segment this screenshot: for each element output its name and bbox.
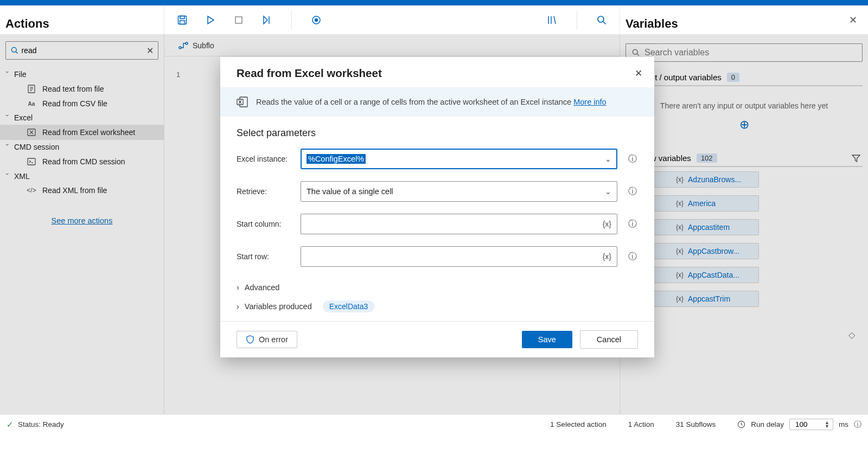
more-info-link[interactable]: More info (573, 98, 606, 106)
on-error-button[interactable]: On error (237, 331, 297, 348)
svg-rect-3 (235, 17, 242, 23)
excel-icon (237, 96, 248, 108)
selected-count: 1 Selected action (550, 420, 607, 428)
save-button[interactable]: Save (522, 331, 572, 348)
modal-close-icon[interactable]: ✕ (635, 68, 642, 79)
step-icon[interactable] (261, 14, 273, 26)
cancel-button[interactable]: Cancel (580, 330, 638, 349)
library-icon[interactable] (546, 14, 558, 26)
excel-instance-dropdown[interactable]: %ConfigExcel% ⌄ (301, 149, 617, 169)
info-icon[interactable]: ⓘ (854, 420, 861, 430)
run-icon[interactable] (205, 14, 216, 26)
clock-icon (737, 420, 745, 428)
chevron-right-icon: › (237, 283, 239, 292)
status-ok-icon: ✓ (7, 420, 14, 430)
info-icon[interactable]: ⓘ (627, 186, 638, 197)
info-icon[interactable]: ⓘ (627, 219, 638, 230)
produced-variable-pill[interactable]: ExcelData3 (323, 300, 375, 312)
read-excel-modal: Read from Excel worksheet ✕ Reads the va… (220, 57, 654, 357)
run-delay-input[interactable]: ▲▼ (789, 419, 833, 430)
chevron-right-icon: › (237, 302, 239, 311)
chevron-down-icon: ⌄ (605, 155, 611, 163)
select-parameters-heading: Select parameters (237, 127, 638, 139)
save-icon[interactable] (176, 14, 188, 26)
start-row-input[interactable]: {x} (301, 246, 617, 267)
variables-panel-title: Variables (620, 9, 684, 31)
variables-produced-toggle[interactable]: › Variables produced ExcelData3 (237, 296, 638, 317)
chevron-down-icon: ⌄ (605, 187, 611, 196)
start-column-input[interactable]: {x} (301, 214, 617, 234)
advanced-toggle[interactable]: › Advanced (237, 279, 638, 296)
spin-down-icon[interactable]: ▼ (825, 425, 829, 428)
svg-point-6 (315, 18, 318, 21)
svg-rect-2 (180, 21, 185, 24)
info-icon[interactable]: ⓘ (627, 251, 638, 262)
svg-line-9 (554, 16, 556, 24)
modal-title: Read from Excel worksheet (237, 67, 382, 80)
status-text: Status: Ready (18, 420, 64, 428)
svg-rect-1 (180, 16, 184, 18)
svg-point-10 (598, 16, 604, 22)
retrieve-dropdown[interactable]: The value of a single cell ⌄ (301, 181, 617, 202)
designer-toolbar (164, 5, 620, 34)
status-bar: ✓ Status: Ready 1 Selected action 1 Acti… (0, 414, 868, 434)
svg-line-11 (603, 22, 606, 24)
variable-picker-icon[interactable]: {x} (603, 220, 611, 228)
record-icon[interactable] (310, 14, 322, 26)
subflow-count: 31 Subflows (676, 420, 716, 428)
variable-picker-icon[interactable]: {x} (603, 252, 611, 261)
search-flow-icon[interactable] (596, 14, 608, 26)
menu-bar[interactable] (0, 0, 868, 5)
action-count: 1 Action (628, 420, 654, 428)
stop-icon[interactable] (233, 14, 245, 26)
close-variables-icon[interactable]: ✕ (849, 14, 857, 26)
shield-icon (246, 335, 254, 344)
actions-panel-title: Actions (0, 9, 55, 31)
info-icon[interactable]: ⓘ (627, 153, 638, 165)
